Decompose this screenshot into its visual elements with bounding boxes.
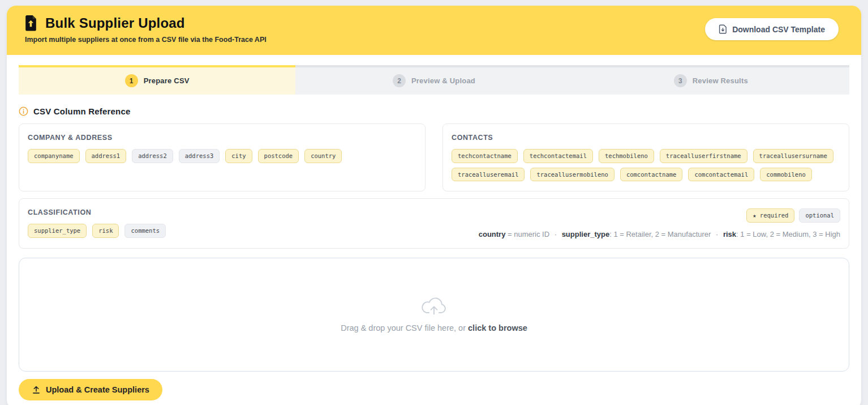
column-tag-postcode: postcode bbox=[258, 149, 299, 163]
stepper: 1Prepare CSV2Preview & Upload3Review Res… bbox=[19, 65, 849, 95]
hint-term: risk bbox=[723, 230, 736, 238]
column-tag-list: companynameaddress1address2address3cityp… bbox=[28, 149, 416, 163]
column-tag-supplier_type: supplier_type bbox=[28, 224, 87, 238]
card-classification: CLASSIFICATION supplier_typeriskcomments… bbox=[19, 198, 849, 249]
classification-left: CLASSIFICATION supplier_typeriskcomments bbox=[28, 208, 166, 238]
step-label: Preview & Upload bbox=[411, 76, 475, 85]
column-tag-traceallusersurname: traceallusersurname bbox=[753, 149, 833, 163]
hint-description: : 1 = Retailer, 2 = Manufacturer bbox=[609, 230, 711, 238]
card-company-address: COMPANY & ADDRESS companynameaddress1add… bbox=[19, 123, 426, 191]
column-tag-comcontactemail: comcontactemail bbox=[688, 168, 754, 182]
legend-tags: ★ required optional bbox=[746, 208, 840, 223]
column-tag-address1: address1 bbox=[85, 149, 127, 163]
column-tag-traceallusermobileno: traceallusermobileno bbox=[530, 168, 614, 182]
reference-cards-row: COMPANY & ADDRESS companynameaddress1add… bbox=[19, 123, 849, 191]
csv-column-reference-title: CSV Column Reference bbox=[33, 106, 131, 116]
column-tag-companyname: companyname bbox=[28, 149, 80, 163]
column-tag-list: supplier_typeriskcomments bbox=[28, 224, 166, 238]
hint-term: country bbox=[479, 230, 506, 238]
step-number-badge: 1 bbox=[125, 74, 138, 87]
hint-term: supplier_type bbox=[562, 230, 610, 238]
column-tag-commobileno: commobileno bbox=[760, 168, 812, 182]
column-tag-techcontactemail: techcontactemail bbox=[523, 149, 593, 163]
info-icon bbox=[19, 106, 28, 116]
page-title: Bulk Supplier Upload bbox=[45, 15, 185, 31]
card-title: CLASSIFICATION bbox=[28, 208, 166, 216]
footer-actions: Upload & Create Suppliers bbox=[19, 379, 849, 400]
step-review-results[interactable]: 3Review Results bbox=[573, 65, 849, 95]
column-tag-comments: comments bbox=[124, 224, 166, 238]
step-label: Review Results bbox=[693, 76, 748, 85]
upload-arrow-icon bbox=[32, 385, 41, 394]
column-tag-tracealluserfirstname: tracealluserfirstname bbox=[660, 149, 747, 163]
step-preview-upload[interactable]: 2Preview & Upload bbox=[295, 65, 572, 95]
upload-create-suppliers-button[interactable]: Upload & Create Suppliers bbox=[19, 379, 162, 400]
column-tag-list: techcontactnametechcontactemailtechmobil… bbox=[452, 149, 840, 181]
step-number-badge: 3 bbox=[674, 74, 687, 87]
column-tag-address2: address2 bbox=[132, 149, 173, 163]
file-upload-icon bbox=[24, 15, 38, 31]
hint-description: : 1 = Low, 2 = Medium, 3 = High bbox=[736, 230, 840, 238]
legend-optional-badge: optional bbox=[799, 208, 840, 223]
page-header: Bulk Supplier Upload Import multiple sup… bbox=[7, 6, 861, 55]
column-value-hints: country = numeric ID · supplier_type: 1 … bbox=[479, 230, 840, 238]
download-csv-template-button[interactable]: Download CSV Template bbox=[705, 18, 839, 40]
csv-dropzone[interactable]: Drag & drop your CSV file here, or click… bbox=[19, 258, 849, 372]
column-tag-city: city bbox=[225, 149, 252, 163]
bulk-supplier-upload-panel: Bulk Supplier Upload Import multiple sup… bbox=[7, 6, 861, 405]
card-contacts: CONTACTS techcontactnametechcontactemail… bbox=[442, 123, 849, 191]
column-tag-country: country bbox=[304, 149, 342, 163]
column-tag-techmobileno: techmobileno bbox=[599, 149, 654, 163]
step-prepare-csv[interactable]: 1Prepare CSV bbox=[19, 65, 295, 95]
column-tag-address3: address3 bbox=[179, 149, 220, 163]
dropzone-text: Drag & drop your CSV file here, or click… bbox=[341, 323, 527, 332]
column-tag-comcontactname: comcontactname bbox=[620, 168, 683, 182]
step-number-badge: 2 bbox=[393, 74, 406, 87]
column-tag-tracealluseremail: tracealluseremail bbox=[452, 168, 525, 182]
header-title-block: Bulk Supplier Upload Import multiple sup… bbox=[24, 15, 267, 44]
click-to-browse-link[interactable]: click to browse bbox=[468, 323, 527, 332]
page-subtitle: Import multiple suppliers at once from a… bbox=[25, 36, 267, 44]
step-label: Prepare CSV bbox=[144, 76, 190, 85]
legend-block: ★ required optional country = numeric ID… bbox=[479, 208, 840, 238]
column-tag-risk: risk bbox=[92, 224, 119, 238]
hint-description: = numeric ID bbox=[505, 230, 549, 238]
hint-separator: · bbox=[711, 230, 723, 238]
dropzone-text-static: Drag & drop your CSV file here, or bbox=[341, 323, 468, 332]
upload-create-suppliers-label: Upload & Create Suppliers bbox=[46, 385, 149, 394]
file-download-icon bbox=[719, 24, 727, 34]
column-tag-techcontactname: techcontactname bbox=[452, 149, 518, 163]
csv-column-reference-heading: CSV Column Reference bbox=[19, 106, 849, 116]
cloud-upload-icon bbox=[421, 297, 447, 316]
hint-separator: · bbox=[549, 230, 562, 238]
legend-required-badge: ★ required bbox=[746, 208, 794, 223]
card-title: CONTACTS bbox=[452, 134, 840, 142]
download-csv-template-label: Download CSV Template bbox=[732, 25, 825, 34]
card-title: COMPANY & ADDRESS bbox=[28, 134, 416, 142]
